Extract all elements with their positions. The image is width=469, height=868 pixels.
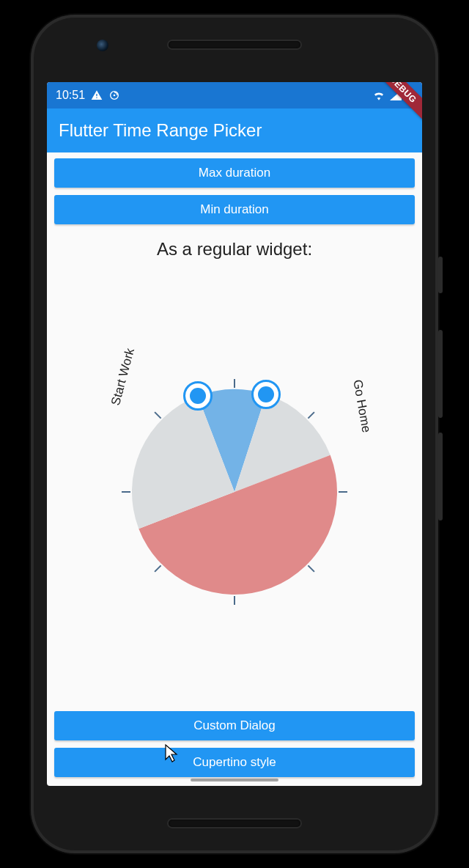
status-time: 10:51 xyxy=(56,89,85,102)
clock-face[interactable] xyxy=(117,375,352,609)
app-bar: Flutter Time Range Picker xyxy=(47,108,422,152)
app-title: Flutter Time Range Picker xyxy=(59,120,262,141)
nav-gesture-bar xyxy=(191,779,278,781)
cupertino-style-button[interactable]: Cupertino style xyxy=(54,748,415,777)
end-handle[interactable] xyxy=(251,380,281,409)
wifi-icon xyxy=(372,90,385,100)
side-button xyxy=(438,257,443,293)
screen: 10:51 Flutter Tim xyxy=(47,82,422,786)
max-duration-button[interactable]: Max duration xyxy=(54,158,415,188)
volume-up-button xyxy=(438,330,443,418)
section-title: As a regular widget: xyxy=(54,239,415,260)
earpiece-speaker xyxy=(169,41,300,48)
warning-icon xyxy=(91,89,103,101)
front-camera xyxy=(97,40,108,51)
clock-svg xyxy=(117,375,352,609)
svg-line-7 xyxy=(308,565,314,571)
refresh-icon xyxy=(108,89,120,101)
bottom-speaker xyxy=(169,820,300,827)
svg-line-5 xyxy=(308,412,314,418)
content-area: Max duration Min duration As a regular w… xyxy=(47,152,422,786)
min-duration-button[interactable]: Min duration xyxy=(54,195,415,224)
svg-point-1 xyxy=(114,95,116,97)
time-range-picker[interactable]: Start Work Go Home xyxy=(54,273,415,711)
status-bar: 10:51 xyxy=(47,82,422,108)
end-label: Go Home xyxy=(350,378,373,433)
svg-line-9 xyxy=(155,565,160,571)
volume-down-button xyxy=(438,433,443,521)
svg-line-11 xyxy=(155,412,160,418)
custom-dialog-button[interactable]: Custom Dialog xyxy=(54,711,415,740)
phone-frame: 10:51 Flutter Tim xyxy=(31,15,438,853)
start-handle[interactable] xyxy=(183,381,213,411)
